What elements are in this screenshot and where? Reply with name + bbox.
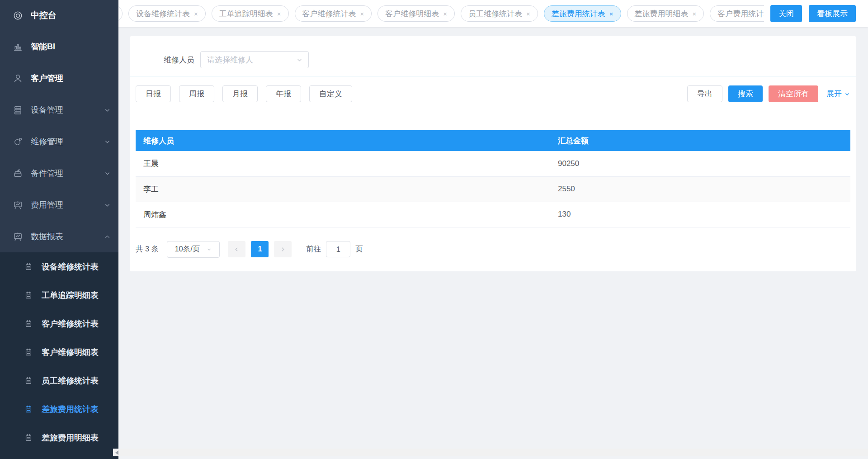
goto-page-input[interactable] bbox=[326, 241, 350, 257]
tab-label: 员工维修统计表 bbox=[468, 9, 522, 19]
period-buttons: 日报周报月报年报自定义 bbox=[136, 85, 352, 102]
sidebar-subitem-customer-repair-stats[interactable]: 客户维修统计表 bbox=[0, 309, 118, 338]
expand-link[interactable]: 展开 bbox=[826, 89, 850, 99]
clear-all-button[interactable]: 清空所有 bbox=[769, 85, 818, 102]
horizontal-scrollbar[interactable] bbox=[113, 449, 868, 456]
sidebar-item-label: 设备管理 bbox=[31, 104, 63, 115]
report-tab[interactable]: 设备维修统计表× bbox=[128, 5, 206, 22]
column-header-amount: 汇总金额 bbox=[550, 130, 850, 151]
sidebar-subitem-staff-repair-stats[interactable]: 员工维修统计表 bbox=[0, 366, 118, 395]
open-tabs: 设备维修统计表×工单追踪明细表×客户维修统计表×客户维修明细表×员工维修统计表×… bbox=[118, 5, 764, 22]
chevron-right-icon bbox=[279, 246, 286, 253]
period-button[interactable]: 自定义 bbox=[309, 85, 352, 102]
cell-person: 王晨 bbox=[136, 151, 550, 176]
column-header-person: 维修人员 bbox=[136, 130, 550, 151]
sidebar-logo[interactable]: 中控台 bbox=[0, 0, 118, 31]
sidebar-subitem-travel-expense-stats[interactable]: 差旅费用统计表 bbox=[0, 395, 118, 423]
sidebar-item-parts-mgmt[interactable]: 备件管理 bbox=[0, 157, 118, 189]
next-page-button[interactable] bbox=[274, 241, 292, 257]
bar-chart-icon bbox=[13, 42, 23, 52]
sidebar-item-label: 数据报表 bbox=[31, 231, 63, 242]
sidebar-item-customer-mgmt[interactable]: 客户管理 bbox=[0, 62, 118, 94]
sidebar-item-label: 费用管理 bbox=[31, 199, 63, 210]
sidebar-subitem-workorder-trace[interactable]: 工单追踪明细表 bbox=[0, 281, 118, 309]
current-page-button[interactable]: 1 bbox=[251, 241, 269, 257]
tab-close-icon[interactable]: × bbox=[443, 10, 447, 17]
repair-person-label: 维修人员 bbox=[130, 55, 200, 65]
report-tab[interactable] bbox=[118, 5, 123, 22]
sidebar-menu: 智能BI客户管理设备管理维修管理备件管理费用管理数据报表 bbox=[0, 31, 118, 252]
toolbar-actions: 导出 搜索 清空所有 展开 bbox=[687, 85, 850, 102]
sidebar-subitem-travel-expense-detail[interactable]: 差旅费用明细表 bbox=[0, 423, 118, 452]
sidebar-subitem-label: 客户维修明细表 bbox=[42, 347, 99, 358]
goto-label: 前往 bbox=[306, 244, 321, 254]
tab-label: 客户费用统计表 bbox=[717, 9, 764, 19]
tab-close-icon[interactable]: × bbox=[693, 10, 697, 17]
tab-close-icon[interactable]: × bbox=[277, 10, 281, 17]
chevron-down bbox=[104, 202, 111, 208]
cell-person: 李工 bbox=[136, 176, 550, 202]
sidebar-item-device-mgmt[interactable]: 设备管理 bbox=[0, 94, 118, 126]
sidebar-item-smart-bi[interactable]: 智能BI bbox=[0, 31, 118, 62]
notebook-icon bbox=[24, 262, 33, 271]
cell-amount: 90250 bbox=[550, 151, 850, 176]
target-icon bbox=[13, 10, 23, 21]
board-chart-icon bbox=[13, 232, 23, 242]
period-button[interactable]: 月报 bbox=[222, 85, 258, 102]
tab-close-icon[interactable]: × bbox=[194, 10, 198, 17]
page-size-select[interactable]: 10条/页 bbox=[167, 241, 220, 258]
table-header-row: 维修人员 汇总金额 bbox=[136, 130, 850, 151]
sidebar-item-repair-mgmt[interactable]: 维修管理 bbox=[0, 126, 118, 157]
filter-row: 维修人员 请选择维修人 bbox=[130, 36, 856, 68]
sidebar-subitem-device-repair-stats[interactable]: 设备维修统计表 bbox=[0, 252, 118, 281]
sidebar-item-data-reports[interactable]: 数据报表 bbox=[0, 221, 118, 252]
sidebar-subitem-label: 差旅费用统计表 bbox=[42, 404, 99, 415]
report-tab[interactable]: 客户维修明细表× bbox=[377, 5, 455, 22]
tab-label: 差旅费用明细表 bbox=[635, 9, 689, 19]
tab-close-icon[interactable]: × bbox=[526, 10, 530, 17]
scroll-left-arrow-icon[interactable] bbox=[115, 450, 118, 455]
chevron-left-icon bbox=[233, 246, 240, 253]
user-icon bbox=[13, 73, 23, 84]
tab-close-icon[interactable]: × bbox=[609, 10, 613, 17]
notebook-icon bbox=[24, 433, 33, 442]
sidebar-subitem-label: 客户维修统计表 bbox=[42, 318, 99, 329]
cell-amount: 130 bbox=[550, 202, 850, 227]
close-tabs-button[interactable]: 关闭 bbox=[770, 5, 802, 22]
table-row: 王晨90250 bbox=[136, 151, 850, 176]
select-placeholder: 请选择维修人 bbox=[207, 55, 296, 65]
sidebar-item-label: 备件管理 bbox=[31, 168, 63, 179]
period-button[interactable]: 周报 bbox=[179, 85, 214, 102]
tab-label: 差旅费用统计表 bbox=[552, 9, 605, 19]
toolbox-icon bbox=[13, 168, 23, 179]
report-tab[interactable]: 员工维修统计表× bbox=[461, 5, 538, 22]
table-row: 周炜鑫130 bbox=[136, 202, 850, 227]
chevron-down-icon bbox=[844, 91, 850, 97]
tab-close-icon[interactable]: × bbox=[360, 10, 364, 17]
tab-label: 客户维修明细表 bbox=[385, 9, 439, 19]
goto-page: 前往 页 bbox=[306, 241, 363, 257]
search-button[interactable]: 搜索 bbox=[728, 85, 763, 102]
report-tab[interactable]: 客户费用统计表× bbox=[710, 5, 764, 22]
chevron-up bbox=[104, 233, 111, 240]
server-icon bbox=[13, 105, 23, 115]
report-tab[interactable]: 工单追踪明细表× bbox=[212, 5, 289, 22]
report-tab[interactable]: 差旅费用统计表× bbox=[544, 5, 621, 22]
period-button[interactable]: 日报 bbox=[136, 85, 171, 102]
report-table: 维修人员 汇总金额 王晨90250李工2550周炜鑫130 bbox=[136, 130, 850, 227]
board-display-button[interactable]: 看板展示 bbox=[809, 5, 856, 22]
report-tab[interactable]: 差旅费用明细表× bbox=[627, 5, 704, 22]
sidebar-subitem-customer-repair-detail[interactable]: 客户维修明细表 bbox=[0, 338, 118, 366]
sidebar-subitem-label: 设备维修统计表 bbox=[42, 261, 99, 272]
prev-page-button[interactable] bbox=[228, 241, 245, 257]
chevron-down bbox=[104, 170, 111, 177]
sidebar-item-fee-mgmt[interactable]: 费用管理 bbox=[0, 189, 118, 221]
report-card: 维修人员 请选择维修人 日报周报月报年报自定义 导出 搜索 清空所有 bbox=[130, 36, 856, 271]
repair-person-select[interactable]: 请选择维修人 bbox=[200, 51, 309, 68]
period-button[interactable]: 年报 bbox=[266, 85, 301, 102]
table-row: 李工2550 bbox=[136, 176, 850, 202]
report-tab[interactable]: 客户维修统计表× bbox=[295, 5, 372, 22]
cell-amount: 2550 bbox=[550, 176, 850, 202]
export-button[interactable]: 导出 bbox=[687, 85, 722, 102]
main-area: 设备维修统计表×工单追踪明细表×客户维修统计表×客户维修明细表×员工维修统计表×… bbox=[118, 0, 868, 459]
